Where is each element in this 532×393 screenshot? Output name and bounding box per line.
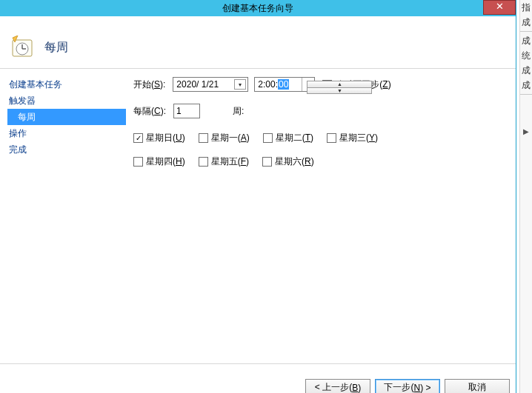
sidebar-item-2[interactable]: 每周 bbox=[7, 109, 126, 125]
day-label: 星期日(U) bbox=[146, 132, 185, 144]
time-spinner[interactable]: ▲ ▼ bbox=[302, 78, 314, 91]
day-checkbox-6[interactable]: 星期六(R) bbox=[262, 155, 314, 168]
checkbox-box bbox=[199, 157, 208, 167]
day-checkbox-0[interactable]: 星期日(U) bbox=[133, 132, 185, 144]
bg-char: 成 bbox=[520, 33, 532, 48]
spinner-up-icon[interactable]: ▲ bbox=[307, 81, 372, 88]
sidebar-item-4[interactable]: 完成 bbox=[7, 141, 126, 158]
day-checkbox-3[interactable]: 星期三(Y) bbox=[327, 132, 378, 144]
day-label: 星期二(T) bbox=[276, 132, 313, 144]
interval-input[interactable]: 1 bbox=[173, 104, 200, 118]
scheduled-task-icon bbox=[10, 36, 34, 59]
back-button[interactable]: < 上一步(B) bbox=[305, 379, 370, 393]
wizard-sidebar: 创建基本任务触发器每周操作完成 bbox=[0, 69, 126, 363]
wizard-window: 创建基本任务向导 ✕ 每周 创建基本任务触发器每周操作完成 bbox=[0, 0, 516, 393]
day-label: 星期四(H) bbox=[146, 155, 185, 168]
sidebar-item-3[interactable]: 操作 bbox=[7, 125, 126, 141]
days-row-2: 星期四(H)星期五(F)星期六(R) bbox=[133, 153, 507, 169]
wizard-content: 开始(S): 2020/ 1/21 ▾ 2:00:00 ▲ ▼ bbox=[126, 69, 516, 363]
sidebar-item-0[interactable]: 创建基本任务 bbox=[7, 76, 126, 93]
bg-char: 成 bbox=[520, 78, 532, 93]
window-title: 创建基本任务向导 bbox=[222, 2, 293, 15]
day-label: 星期六(R) bbox=[275, 155, 314, 168]
interval-unit-label: 周: bbox=[233, 105, 244, 118]
sidebar-item-1[interactable]: 触发器 bbox=[7, 93, 126, 109]
cancel-button[interactable]: 取消 bbox=[445, 379, 510, 393]
bg-char: 成 bbox=[520, 63, 532, 78]
chevron-right-icon: ▶ bbox=[520, 124, 532, 139]
day-label: 星期一(A) bbox=[211, 132, 250, 144]
wizard-header: 每周 bbox=[0, 16, 516, 68]
start-time-input[interactable]: 2:00:00 ▲ ▼ bbox=[254, 77, 315, 92]
day-checkbox-1[interactable]: 星期一(A) bbox=[199, 132, 250, 144]
next-button[interactable]: 下一步(N) > bbox=[375, 379, 440, 393]
checkbox-box bbox=[327, 133, 336, 143]
day-checkbox-5[interactable]: 星期五(F) bbox=[199, 155, 249, 168]
start-date-value: 2020/ 1/21 bbox=[175, 79, 219, 90]
start-date-input[interactable]: 2020/ 1/21 ▾ bbox=[173, 77, 248, 92]
interval-row: 每隔(C): 1 周: bbox=[133, 103, 507, 119]
close-button[interactable]: ✕ bbox=[483, 0, 516, 15]
days-row-1: 星期日(U)星期一(A)星期二(T)星期三(Y) bbox=[133, 130, 507, 146]
checkbox-box bbox=[133, 133, 143, 143]
checkbox-box bbox=[199, 133, 208, 143]
checkbox-box bbox=[133, 157, 143, 167]
checkbox-box bbox=[263, 133, 273, 143]
page-title: 每周 bbox=[44, 40, 68, 56]
day-checkbox-2[interactable]: 星期二(T) bbox=[263, 132, 313, 144]
checkbox-box bbox=[262, 157, 272, 167]
wizard-footer: < 上一步(B) 下一步(N) > 取消 bbox=[0, 363, 516, 393]
start-label: 开始(S): bbox=[133, 78, 165, 91]
bg-char: 成 bbox=[520, 15, 532, 30]
calendar-dropdown-icon[interactable]: ▾ bbox=[234, 79, 246, 90]
day-checkbox-4[interactable]: 星期四(H) bbox=[133, 155, 185, 168]
day-label: 星期五(F) bbox=[211, 155, 249, 168]
background-right-panel: 指 成 成 统 成 成 ▶ bbox=[519, 0, 532, 393]
bg-char: 指 bbox=[520, 0, 532, 15]
interval-label: 每隔(C): bbox=[133, 105, 166, 118]
interval-value: 1 bbox=[176, 106, 182, 116]
start-row: 开始(S): 2020/ 1/21 ▾ 2:00:00 ▲ ▼ bbox=[133, 76, 507, 93]
spinner-down-icon[interactable]: ▼ bbox=[307, 88, 372, 95]
title-bar[interactable]: 创建基本任务向导 ✕ bbox=[0, 0, 516, 16]
start-time-value: 2:00:00 bbox=[255, 79, 302, 90]
close-icon: ✕ bbox=[496, 1, 504, 12]
day-label: 星期三(Y) bbox=[339, 132, 378, 144]
bg-char: 统 bbox=[520, 48, 532, 63]
